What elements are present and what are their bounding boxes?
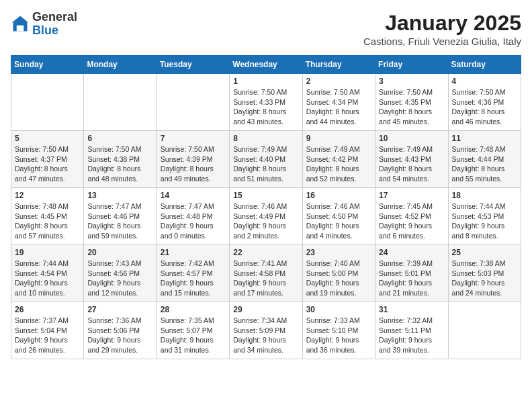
day-info: Sunrise: 7:50 AM Sunset: 4:36 PM Dayligh…	[452, 87, 517, 127]
day-info: Sunrise: 7:49 AM Sunset: 4:40 PM Dayligh…	[233, 144, 298, 184]
day-number: 14	[161, 191, 226, 200]
calendar-cell: 28Sunrise: 7:35 AM Sunset: 5:07 PM Dayli…	[157, 302, 229, 359]
calendar-cell: 31Sunrise: 7:32 AM Sunset: 5:11 PM Dayli…	[375, 302, 448, 359]
day-info: Sunrise: 7:38 AM Sunset: 5:03 PM Dayligh…	[452, 259, 517, 298]
day-number: 13	[87, 191, 152, 200]
day-number: 29	[233, 305, 298, 314]
day-info: Sunrise: 7:43 AM Sunset: 4:56 PM Dayligh…	[87, 259, 152, 298]
calendar-cell: 23Sunrise: 7:40 AM Sunset: 5:00 PM Dayli…	[302, 245, 375, 302]
day-number: 17	[379, 191, 444, 200]
day-number: 28	[161, 305, 226, 314]
day-info: Sunrise: 7:50 AM Sunset: 4:39 PM Dayligh…	[161, 144, 226, 184]
day-number: 25	[452, 248, 517, 257]
day-info: Sunrise: 7:50 AM Sunset: 4:38 PM Dayligh…	[87, 144, 152, 184]
calendar-cell: 18Sunrise: 7:44 AM Sunset: 4:53 PM Dayli…	[448, 188, 521, 245]
calendar-cell: 6Sunrise: 7:50 AM Sunset: 4:38 PM Daylig…	[84, 131, 157, 188]
day-number: 16	[306, 191, 371, 200]
day-info: Sunrise: 7:48 AM Sunset: 4:45 PM Dayligh…	[15, 201, 80, 241]
day-info: Sunrise: 7:41 AM Sunset: 4:58 PM Dayligh…	[233, 259, 298, 298]
header-day-monday: Monday	[84, 56, 157, 74]
logo: General Blue	[11, 11, 77, 38]
day-info: Sunrise: 7:47 AM Sunset: 4:46 PM Dayligh…	[87, 201, 152, 241]
day-number: 22	[233, 248, 298, 257]
day-number: 7	[161, 134, 226, 143]
calendar-body: 1Sunrise: 7:50 AM Sunset: 4:33 PM Daylig…	[11, 74, 521, 359]
logo-general-text: General	[32, 11, 77, 24]
day-number: 20	[87, 248, 152, 257]
calendar-cell: 26Sunrise: 7:37 AM Sunset: 5:04 PM Dayli…	[11, 302, 84, 359]
week-row-4: 19Sunrise: 7:44 AM Sunset: 4:54 PM Dayli…	[11, 245, 521, 302]
calendar-cell: 12Sunrise: 7:48 AM Sunset: 4:45 PM Dayli…	[11, 188, 84, 245]
day-info: Sunrise: 7:49 AM Sunset: 4:42 PM Dayligh…	[306, 144, 371, 184]
day-number: 1	[233, 77, 298, 86]
calendar-cell: 29Sunrise: 7:34 AM Sunset: 5:09 PM Dayli…	[230, 302, 302, 359]
day-number: 19	[15, 248, 80, 257]
day-number: 21	[161, 248, 226, 257]
header-day-tuesday: Tuesday	[157, 56, 229, 74]
calendar-cell: 2Sunrise: 7:50 AM Sunset: 4:34 PM Daylig…	[302, 74, 375, 131]
calendar-cell	[448, 302, 521, 359]
logo-blue-text: Blue	[32, 24, 77, 38]
calendar-cell: 1Sunrise: 7:50 AM Sunset: 4:33 PM Daylig…	[230, 74, 302, 131]
header-day-saturday: Saturday	[448, 56, 521, 74]
page-header: General Blue January 2025 Castions, Friu…	[11, 11, 521, 47]
calendar-cell: 20Sunrise: 7:43 AM Sunset: 4:56 PM Dayli…	[84, 245, 157, 302]
calendar-cell	[11, 74, 84, 131]
calendar-cell: 8Sunrise: 7:49 AM Sunset: 4:40 PM Daylig…	[230, 131, 302, 188]
calendar-cell	[84, 74, 157, 131]
day-info: Sunrise: 7:37 AM Sunset: 5:04 PM Dayligh…	[15, 316, 80, 355]
calendar-cell: 5Sunrise: 7:50 AM Sunset: 4:37 PM Daylig…	[11, 131, 84, 188]
day-info: Sunrise: 7:35 AM Sunset: 5:07 PM Dayligh…	[161, 316, 226, 355]
calendar-cell: 25Sunrise: 7:38 AM Sunset: 5:03 PM Dayli…	[448, 245, 521, 302]
day-info: Sunrise: 7:42 AM Sunset: 4:57 PM Dayligh…	[161, 259, 226, 298]
calendar-table: SundayMondayTuesdayWednesdayThursdayFrid…	[11, 55, 521, 359]
calendar-cell: 15Sunrise: 7:46 AM Sunset: 4:49 PM Dayli…	[230, 188, 302, 245]
day-info: Sunrise: 7:32 AM Sunset: 5:11 PM Dayligh…	[379, 316, 444, 355]
calendar-cell: 24Sunrise: 7:39 AM Sunset: 5:01 PM Dayli…	[375, 245, 448, 302]
calendar-cell: 11Sunrise: 7:48 AM Sunset: 4:44 PM Dayli…	[448, 131, 521, 188]
day-info: Sunrise: 7:36 AM Sunset: 5:06 PM Dayligh…	[87, 316, 152, 355]
day-info: Sunrise: 7:49 AM Sunset: 4:43 PM Dayligh…	[379, 144, 444, 184]
day-number: 23	[306, 248, 371, 257]
day-number: 11	[452, 134, 517, 143]
day-number: 24	[379, 248, 444, 257]
calendar-header: SundayMondayTuesdayWednesdayThursdayFrid…	[11, 56, 521, 74]
day-number: 2	[306, 77, 371, 86]
title-block: January 2025 Castions, Friuli Venezia Gi…	[363, 11, 521, 47]
day-number: 8	[233, 134, 298, 143]
calendar-cell: 14Sunrise: 7:47 AM Sunset: 4:48 PM Dayli…	[157, 188, 229, 245]
day-number: 4	[452, 77, 517, 86]
calendar-cell: 10Sunrise: 7:49 AM Sunset: 4:43 PM Dayli…	[375, 131, 448, 188]
svg-rect-2	[17, 26, 24, 32]
calendar-cell: 22Sunrise: 7:41 AM Sunset: 4:58 PM Dayli…	[230, 245, 302, 302]
day-info: Sunrise: 7:34 AM Sunset: 5:09 PM Dayligh…	[233, 316, 298, 355]
header-day-friday: Friday	[375, 56, 448, 74]
day-number: 30	[306, 305, 371, 314]
day-info: Sunrise: 7:50 AM Sunset: 4:35 PM Dayligh…	[379, 87, 444, 127]
logo-icon	[11, 15, 30, 34]
logo-text: General Blue	[32, 11, 77, 38]
day-info: Sunrise: 7:45 AM Sunset: 4:52 PM Dayligh…	[379, 201, 444, 241]
calendar-cell: 9Sunrise: 7:49 AM Sunset: 4:42 PM Daylig…	[302, 131, 375, 188]
page-subtitle: Castions, Friuli Venezia Giulia, Italy	[363, 36, 521, 47]
day-number: 5	[15, 134, 80, 143]
day-number: 27	[87, 305, 152, 314]
calendar-cell: 4Sunrise: 7:50 AM Sunset: 4:36 PM Daylig…	[448, 74, 521, 131]
day-info: Sunrise: 7:50 AM Sunset: 4:34 PM Dayligh…	[306, 87, 371, 127]
calendar-cell: 21Sunrise: 7:42 AM Sunset: 4:57 PM Dayli…	[157, 245, 229, 302]
day-number: 15	[233, 191, 298, 200]
calendar-cell	[157, 74, 229, 131]
calendar-cell: 19Sunrise: 7:44 AM Sunset: 4:54 PM Dayli…	[11, 245, 84, 302]
week-row-3: 12Sunrise: 7:48 AM Sunset: 4:45 PM Dayli…	[11, 188, 521, 245]
day-number: 10	[379, 134, 444, 143]
calendar-cell: 3Sunrise: 7:50 AM Sunset: 4:35 PM Daylig…	[375, 74, 448, 131]
day-number: 6	[87, 134, 152, 143]
day-info: Sunrise: 7:48 AM Sunset: 4:44 PM Dayligh…	[452, 144, 517, 184]
calendar-cell: 17Sunrise: 7:45 AM Sunset: 4:52 PM Dayli…	[375, 188, 448, 245]
day-info: Sunrise: 7:44 AM Sunset: 4:54 PM Dayligh…	[15, 259, 80, 298]
day-info: Sunrise: 7:40 AM Sunset: 5:00 PM Dayligh…	[306, 259, 371, 298]
calendar-cell: 27Sunrise: 7:36 AM Sunset: 5:06 PM Dayli…	[84, 302, 157, 359]
week-row-1: 1Sunrise: 7:50 AM Sunset: 4:33 PM Daylig…	[11, 74, 521, 131]
day-info: Sunrise: 7:46 AM Sunset: 4:50 PM Dayligh…	[306, 201, 371, 241]
day-info: Sunrise: 7:50 AM Sunset: 4:33 PM Dayligh…	[233, 87, 298, 127]
